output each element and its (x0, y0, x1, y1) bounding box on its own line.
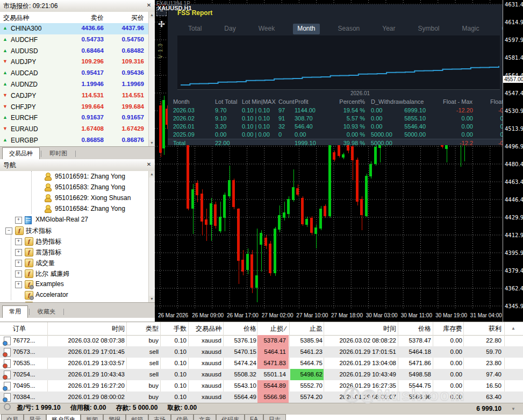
expand-plus-icon[interactable]: + (15, 270, 22, 277)
column-header-symbol[interactable]: 交易品种 (196, 324, 221, 333)
column-header-type[interactable]: 类型 (146, 324, 159, 333)
move-icon[interactable]: ✢ (157, 19, 166, 30)
terminal-tab-日志[interactable]: 日志 (263, 414, 286, 420)
navigator-titlebar[interactable]: 导航 ✕ (0, 159, 155, 172)
tree-item[interactable]: +f成交量 (0, 257, 142, 268)
close-icon[interactable]: ✕ (146, 161, 152, 168)
candle (196, 183, 198, 195)
expand-plus-icon[interactable]: + (15, 238, 22, 245)
quote-row[interactable]: ▲AUDNZD1.199461.19969 (0, 79, 149, 90)
tab-symbols[interactable]: 交易品种 (2, 147, 40, 160)
chart-plot-area[interactable]: FX4U1394 1P XAUUSD,H1 FSS Report TotalDa… (155, 0, 503, 310)
terminal-tab-信号[interactable]: 信号 (171, 414, 194, 420)
tree-item[interactable]: 951016629: Xiong Shusan (0, 193, 142, 203)
scroll-down-icon[interactable]: ▼ (149, 140, 155, 146)
candle (356, 160, 359, 202)
order-row[interactable]: 70573...2026.01.29 17:01:45sell0.10xauus… (0, 346, 523, 358)
order-price2: 5471.86 (409, 360, 431, 366)
scroll-up-icon[interactable]: ▲ (149, 171, 155, 177)
terminal-tab-文章[interactable]: 文章 (194, 414, 216, 420)
tree-item[interactable]: +XMGlobal-Real 27 (0, 214, 142, 225)
tree-item[interactable]: 951016583: Zhang Yong (0, 182, 142, 193)
quote-row[interactable]: ▼CADJPY114.531114.551 (0, 90, 149, 102)
orders-scroll-up-icon[interactable]: ▲ (511, 326, 515, 331)
column-header-lots[interactable]: 手数 (174, 324, 187, 333)
column-header-time2[interactable]: 时间 (383, 324, 396, 333)
tab-common[interactable]: 常用 (2, 305, 28, 318)
tree-item[interactable]: fAccelerator (0, 289, 142, 300)
quote-row[interactable]: ▲EURCHF0.916370.91657 (0, 112, 149, 124)
column-header-bid[interactable]: 卖价 (91, 13, 104, 23)
scroll-up-icon[interactable]: ▲ (149, 12, 155, 18)
column-header-price2[interactable]: 价格 (418, 324, 431, 333)
time-axis[interactable]: 26 Mar 202626 Mar 09:0026 Mar 17:0027 Ma… (155, 310, 503, 322)
tree-item[interactable]: +f比尔 威廉姆 (0, 268, 142, 279)
quote-row[interactable]: ▲CHINA3004436.664437.96 (0, 23, 149, 34)
orders-scroll-down-icon[interactable]: ▼ (511, 407, 515, 411)
terminal-tab-代码库[interactable]: 代码库 (216, 414, 245, 420)
tab-favorites[interactable]: 收藏夹 (31, 305, 62, 318)
terminal-tab-警报[interactable]: 警报 (103, 414, 126, 420)
chart-window[interactable]: FX4U1394 1P XAUUSD,H1 FSS Report TotalDa… (155, 0, 523, 322)
terminal-tab-显示[interactable]: 显示 (24, 414, 46, 420)
market-watch-header[interactable]: 交易品种卖价买价 (0, 12, 149, 24)
quote-row[interactable]: ▼EURAUD1.674081.67429 (0, 124, 149, 135)
tree-item[interactable]: +f趋势指标 (0, 236, 142, 246)
order-row[interactable]: 76772...2026.03.02 08:07:38buy0.10xauusd… (0, 335, 523, 346)
column-header-order[interactable]: 订单 (13, 324, 26, 333)
fss-tab-comment[interactable]: Comment (498, 24, 503, 34)
terminal-tab-邮箱[interactable]: 邮箱 (126, 414, 148, 420)
navigator-scrollbar[interactable]: ▲ ▼ (148, 171, 155, 302)
arrow-down-icon: ▼ (3, 104, 8, 109)
tab-tick-chart[interactable]: 即时图 (42, 147, 74, 160)
fss-cell-float_max: 0.00 (436, 115, 473, 122)
column-header-tp[interactable]: 止盈 (310, 324, 323, 333)
quote-row[interactable]: ▼AUDJPY109.296109.316 (0, 56, 149, 68)
expand-plus-icon[interactable]: + (15, 249, 22, 256)
quote-row[interactable]: ▲AUDCHF0.547330.54750 (0, 34, 149, 46)
order-row[interactable]: 70535...2026.01.29 13:03:57sell0.10xauus… (0, 358, 523, 369)
order-row[interactable]: 70254...2026.01.29 10:43:43sell0.10xauus… (0, 369, 523, 380)
fss-tab-magic[interactable]: Magic (458, 24, 484, 34)
tree-item[interactable]: 951016591: Zhang Yong (0, 171, 142, 182)
tree-item[interactable]: −f技术指标 (0, 225, 142, 236)
fss-tab-total[interactable]: Total (184, 24, 206, 34)
price-axis[interactable]: 4631.404614.904597.904581.404564.404547.… (503, 0, 523, 322)
terminal-tab-新闻[interactable]: 新闻 (81, 414, 103, 420)
tree-item[interactable]: +fExamples (0, 279, 142, 289)
terminal-tab-账户历史[interactable]: 账户历史 (46, 414, 81, 420)
column-header-swap[interactable]: 库存费 (443, 324, 462, 333)
fss-tab-day[interactable]: Day (220, 24, 240, 34)
tree-item[interactable]: +f震荡指标 (0, 246, 142, 257)
terminal-tab-EA[interactable]: EA (245, 414, 263, 420)
column-header-ask[interactable]: 买价 (131, 13, 144, 23)
scroll-down-icon[interactable]: ▼ (149, 296, 155, 302)
quote-row[interactable]: ▲AUDCAD0.954170.95436 (0, 68, 149, 79)
tree-item[interactable]: 951016584: Zhang Yong (0, 203, 142, 214)
quote-symbol: EURAUD (11, 125, 38, 133)
expand-plus-icon[interactable]: + (15, 217, 22, 224)
expand-plus-icon[interactable]: + (15, 281, 22, 288)
market-watch-titlebar[interactable]: 市场报价: 09:21:06 ✕ (0, 0, 155, 12)
quote-row[interactable]: ▲AUDUSD0.684640.68482 (0, 46, 149, 57)
terminal-tab-市场[interactable]: 市场 (148, 414, 171, 420)
column-header-sl[interactable]: 止损 ∕ (270, 324, 286, 333)
orders-header-row[interactable]: 订单时间类型手数交易品种价格止损 ∕止盈时间价格库存费获利 (0, 322, 523, 336)
fss-tab-symbol[interactable]: Symbol (413, 24, 443, 34)
fss-tab-week[interactable]: Week (254, 24, 279, 34)
fss-table-total-row: Total22.001999.1039.98 %5000.00-12.2-0.1… (168, 139, 503, 145)
market-watch-scrollbar[interactable]: ▲ ▼ (148, 12, 155, 146)
fss-tab-season[interactable]: Season (334, 24, 364, 34)
quote-row[interactable]: ▼CHFJPY199.664199.684 (0, 102, 149, 113)
close-icon[interactable]: ✕ (146, 2, 152, 9)
fss-tab-year[interactable]: Year (378, 24, 399, 34)
column-header-time[interactable]: 时间 (112, 324, 125, 333)
collapse-minus-icon[interactable]: − (5, 227, 12, 234)
column-header-price[interactable]: 价格 (243, 324, 256, 333)
quote-row[interactable]: ▲EURGBP0.868580.86876 (0, 135, 149, 146)
column-header-symbol[interactable]: 交易品种 (3, 13, 29, 23)
expand-plus-icon[interactable]: + (15, 260, 22, 267)
fss-tab-month[interactable]: Month (293, 24, 319, 34)
column-header-profit[interactable]: 获利 (489, 324, 501, 333)
terminal-tab-交易[interactable]: 交易 (1, 414, 24, 420)
